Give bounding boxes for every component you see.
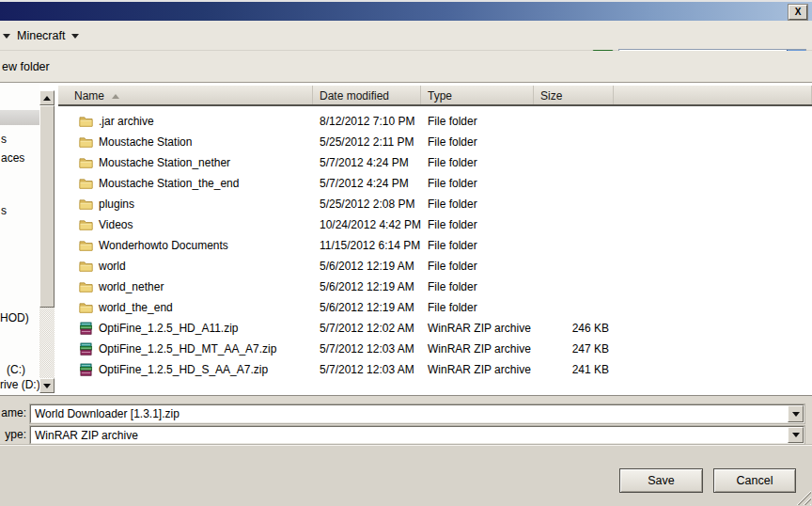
file-name: OptiFine_1.2.5_HD_MT_AA_A7.zip bbox=[99, 339, 276, 359]
scrollbar-thumb[interactable] bbox=[39, 105, 55, 308]
folder-icon bbox=[79, 156, 93, 170]
file-name-input[interactable] bbox=[31, 405, 788, 422]
file-size bbox=[534, 152, 614, 173]
table-row[interactable]: Moustache Station_the_end 5/7/2012 4:24 … bbox=[58, 173, 812, 194]
file-type: WinRAR ZIP archive bbox=[421, 359, 534, 380]
column-header-name[interactable]: Name bbox=[58, 86, 313, 104]
table-row[interactable]: world_nether 5/6/2012 12:19 AM File fold… bbox=[58, 277, 812, 297]
chevron-down-icon bbox=[792, 433, 800, 437]
file-type: File folder bbox=[421, 297, 534, 318]
date-modified: 11/15/2012 6:14 PM bbox=[313, 235, 421, 256]
file-name: Moustache Station bbox=[99, 132, 192, 152]
column-header-type[interactable]: Type bbox=[421, 86, 534, 104]
table-row[interactable]: Moustache Station 5/25/2012 2:11 PM File… bbox=[58, 132, 812, 152]
scroll-up-button[interactable] bbox=[39, 90, 55, 105]
date-modified: 5/7/2012 4:24 PM bbox=[313, 173, 421, 194]
column-header-size[interactable]: Size bbox=[534, 86, 614, 104]
table-row[interactable]: world 5/6/2012 12:19 AM File folder bbox=[58, 256, 812, 277]
file-browser: s aces s HOD) (C:) rive (D:) Name Date m… bbox=[0, 83, 812, 396]
file-name: Moustache Station_nether bbox=[99, 152, 230, 173]
chevron-down-icon[interactable] bbox=[71, 34, 79, 39]
file-name: world_nether bbox=[99, 277, 164, 297]
nav-item-fragment[interactable]: aces bbox=[1, 151, 24, 165]
address-bar: Minecraft bbox=[0, 21, 812, 51]
table-row[interactable]: Videos 10/24/2012 4:42 PM File folder bbox=[58, 214, 812, 235]
table-row[interactable]: Wonderhowto Documents 11/15/2012 6:14 PM… bbox=[58, 235, 812, 256]
resize-grip[interactable] bbox=[795, 489, 811, 505]
file-name: world_the_end bbox=[99, 297, 173, 318]
cancel-button[interactable]: Cancel bbox=[713, 468, 796, 493]
file-name-dropdown-button[interactable] bbox=[788, 405, 804, 422]
winrar-archive-icon bbox=[79, 363, 93, 377]
table-row[interactable]: OptiFine_1.2.5_HD_MT_AA_A7.zip 5/7/2012 … bbox=[58, 339, 812, 359]
breadcrumb-item-minecraft[interactable]: Minecraft bbox=[17, 29, 65, 42]
list-header: Name Date modified Type Size bbox=[58, 85, 812, 106]
nav-item-fragment[interactable]: s bbox=[1, 133, 7, 146]
file-name: Videos bbox=[99, 214, 133, 235]
date-modified: 5/7/2012 4:24 PM bbox=[313, 152, 421, 173]
winrar-archive-icon bbox=[79, 342, 93, 356]
file-type: File folder bbox=[421, 173, 534, 194]
date-modified: 8/12/2012 7:10 PM bbox=[313, 111, 421, 132]
date-modified: 5/6/2012 12:19 AM bbox=[313, 277, 421, 297]
winrar-archive-icon bbox=[79, 322, 93, 336]
nav-item-fragment[interactable]: s bbox=[1, 204, 7, 217]
nav-item-fragment[interactable]: rive (D:) bbox=[0, 378, 40, 391]
file-name: .jar archive bbox=[99, 111, 154, 132]
file-type: File folder bbox=[421, 111, 534, 132]
nav-selected-item[interactable] bbox=[0, 110, 39, 125]
scroll-down-button[interactable] bbox=[39, 378, 55, 393]
file-type: File folder bbox=[421, 214, 534, 235]
title-bar[interactable]: X bbox=[0, 0, 812, 21]
table-row[interactable]: Moustache Station_nether 5/7/2012 4:24 P… bbox=[58, 152, 812, 173]
file-size bbox=[534, 173, 614, 194]
table-row[interactable]: OptiFine_1.2.5_HD_S_AA_A7.zip 5/7/2012 1… bbox=[58, 359, 812, 380]
file-list: Name Date modified Type Size .jar archiv… bbox=[58, 83, 812, 395]
file-size bbox=[534, 194, 614, 214]
nav-item-fragment[interactable]: (C:) bbox=[7, 363, 25, 376]
toolbar: ew folder ? bbox=[0, 51, 812, 83]
file-name-label: ame: bbox=[0, 406, 26, 419]
folder-icon bbox=[79, 177, 93, 191]
new-folder-button[interactable]: ew folder bbox=[2, 60, 50, 73]
file-name: OptiFine_1.2.5_HD_S_AA_A7.zip bbox=[99, 359, 268, 380]
breadcrumb: Minecraft bbox=[3, 29, 79, 42]
file-size bbox=[534, 277, 614, 297]
file-type: WinRAR ZIP archive bbox=[421, 318, 534, 339]
save-as-type-dropdown-button[interactable] bbox=[788, 427, 804, 443]
file-name: Moustache Station_the_end bbox=[99, 173, 239, 194]
save-as-type-input[interactable] bbox=[31, 427, 788, 443]
table-row[interactable]: world_the_end 5/6/2012 12:19 AM File fol… bbox=[58, 297, 812, 318]
chevron-down-icon[interactable] bbox=[3, 34, 10, 39]
date-modified: 5/7/2012 12:03 AM bbox=[313, 359, 421, 380]
nav-item-fragment[interactable]: HOD) bbox=[0, 311, 29, 324]
file-name-section: ame: ype: bbox=[0, 396, 812, 445]
close-button[interactable]: X bbox=[789, 5, 807, 20]
folder-icon bbox=[79, 115, 93, 129]
file-rows: .jar archive 8/12/2012 7:10 PM File fold… bbox=[58, 111, 812, 380]
table-row[interactable]: OptiFine_1.2.5_HD_A11.zip 5/7/2012 12:02… bbox=[58, 318, 812, 339]
folder-icon bbox=[79, 260, 93, 274]
file-name-combo bbox=[30, 404, 804, 423]
file-type: File folder bbox=[421, 235, 534, 256]
save-button[interactable]: Save bbox=[619, 468, 703, 493]
save-as-type-label: ype: bbox=[0, 428, 26, 441]
file-type: File folder bbox=[421, 152, 534, 173]
date-modified: 5/25/2012 2:08 PM bbox=[313, 194, 421, 214]
column-header-date-modified[interactable]: Date modified bbox=[313, 86, 421, 104]
date-modified: 10/24/2012 4:42 PM bbox=[313, 214, 421, 235]
file-name: world bbox=[99, 256, 126, 277]
file-type: File folder bbox=[421, 194, 534, 214]
folder-icon bbox=[79, 135, 93, 150]
date-modified: 5/7/2012 12:03 AM bbox=[313, 339, 421, 359]
dialog-button-bar: Save Cancel bbox=[0, 445, 812, 506]
table-row[interactable]: plugins 5/25/2012 2:08 PM File folder bbox=[58, 194, 812, 214]
column-header-empty bbox=[614, 86, 812, 104]
table-row[interactable]: .jar archive 8/12/2012 7:10 PM File fold… bbox=[58, 111, 812, 132]
folder-icon bbox=[79, 239, 93, 253]
file-size bbox=[534, 235, 614, 256]
nav-scrollbar[interactable] bbox=[39, 90, 55, 393]
folder-icon bbox=[79, 301, 93, 315]
triangle-down-icon bbox=[43, 384, 51, 388]
save-as-type-combo bbox=[30, 426, 804, 444]
